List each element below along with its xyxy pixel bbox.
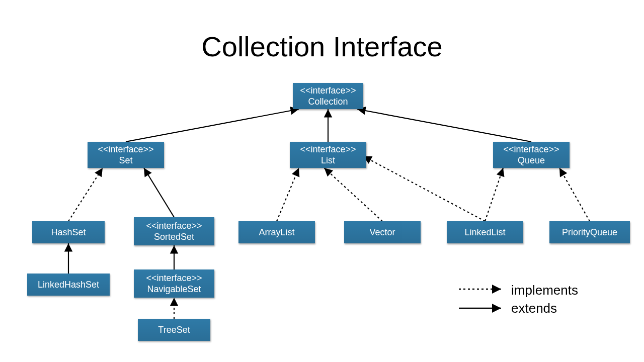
node-list: <<interface>>List bbox=[290, 142, 366, 168]
node-label: Collection bbox=[308, 96, 348, 108]
node-label: List bbox=[321, 155, 335, 166]
edge-vector-to-list bbox=[324, 168, 382, 221]
node-linkedhashset: LinkedHashSet bbox=[27, 274, 110, 296]
legend-extends-label: extends bbox=[511, 301, 557, 316]
edge-priorityqueue-to-queue bbox=[559, 168, 590, 221]
diagram-stage: { "title": "Collection Interface", "colo… bbox=[0, 0, 644, 362]
node-label: SortedSet bbox=[154, 231, 194, 243]
edge-set-to-collection bbox=[126, 109, 299, 142]
edge-hashset-to-set bbox=[68, 168, 103, 221]
stereotype-label: <<interface>> bbox=[503, 144, 559, 155]
edge-linkedlist-to-list bbox=[363, 156, 485, 221]
stereotype-label: <<interface>> bbox=[98, 144, 153, 155]
node-label: HashSet bbox=[51, 227, 86, 238]
edge-sortedset-to-set bbox=[144, 168, 174, 217]
node-arraylist: ArrayList bbox=[238, 221, 315, 243]
edge-linkedlist-to-queue bbox=[485, 168, 503, 221]
node-linkedlist: LinkedList bbox=[447, 221, 523, 243]
node-label: LinkedHashSet bbox=[38, 279, 99, 291]
node-label: LinkedList bbox=[464, 227, 505, 238]
node-set: <<interface>>Set bbox=[88, 142, 164, 168]
node-label: NavigableSet bbox=[147, 284, 201, 295]
diagram-title: Collection Interface bbox=[0, 30, 644, 63]
node-queue: <<interface>>Queue bbox=[493, 142, 570, 168]
edge-arraylist-to-list bbox=[277, 168, 299, 221]
node-vector: Vector bbox=[344, 221, 421, 243]
node-treeset: TreeSet bbox=[138, 319, 210, 341]
node-hashset: HashSet bbox=[32, 221, 105, 243]
stereotype-label: <<interface>> bbox=[146, 273, 202, 284]
legend-implements-label: implements bbox=[511, 283, 578, 298]
node-label: ArrayList bbox=[259, 227, 294, 238]
node-label: PriorityQueue bbox=[562, 227, 617, 238]
node-sortedset: <<interface>>SortedSet bbox=[134, 217, 214, 245]
node-label: Set bbox=[119, 155, 132, 166]
node-label: Queue bbox=[518, 155, 545, 166]
stereotype-label: <<interface>> bbox=[300, 85, 356, 97]
node-priorityqueue: PriorityQueue bbox=[549, 221, 630, 243]
node-label: Vector bbox=[369, 227, 395, 238]
node-navigableset: <<interface>>NavigableSet bbox=[134, 269, 214, 298]
node-label: TreeSet bbox=[158, 324, 190, 336]
stereotype-label: <<interface>> bbox=[146, 220, 202, 232]
stereotype-label: <<interface>> bbox=[300, 144, 356, 155]
node-collection: <<interface>>Collection bbox=[293, 83, 363, 109]
edge-queue-to-collection bbox=[357, 109, 531, 142]
